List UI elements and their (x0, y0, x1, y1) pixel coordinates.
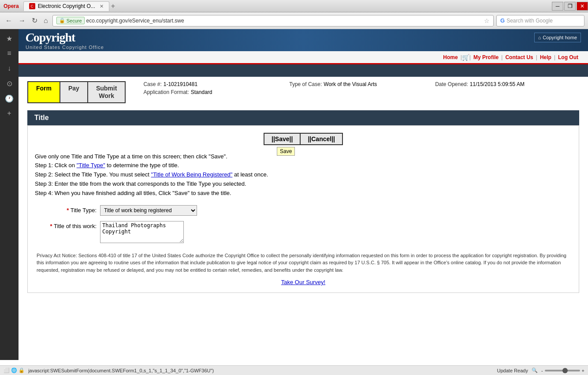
minimize-button[interactable]: ─ (552, 2, 563, 11)
case-type-value: Work of the Visual Arts (324, 81, 377, 87)
case-type-label: Type of Case: (289, 81, 322, 87)
app-format-value: Standard (191, 89, 212, 95)
instruction-step3: Step 3: Enter the title from the work th… (35, 180, 572, 189)
copyright-home-label: Copyright home (543, 35, 577, 40)
title-of-work-input[interactable]: Thailand Photographs Copyright (100, 221, 184, 243)
lock-icon: 🔒 (59, 18, 65, 23)
home-icon-small: ⌂ (538, 35, 541, 40)
address-text: eco.copyright.gov/eService_enu/start.swe (86, 18, 482, 24)
title-header: Title (27, 110, 579, 125)
case-type-field: Type of Case: Work of the Visual Arts (289, 81, 433, 87)
add-icon: + (7, 109, 11, 117)
save-button[interactable]: ||Save|| (264, 133, 300, 145)
copyright-home-button[interactable]: ⌂ Copyright home (534, 33, 581, 42)
required-star-2: * (50, 223, 52, 229)
instruction-step2: Step 2: Select the Title Type. You must … (35, 170, 572, 180)
case-number-field: Case #: 1-1021910481 (143, 81, 287, 87)
title-type-row: * Title Type: Title of work being regist… (35, 205, 572, 216)
cancel-button[interactable]: ||Cancel|| (300, 133, 343, 145)
close-button[interactable]: ✕ (577, 2, 588, 11)
cart-icon[interactable]: 🛒 (462, 54, 469, 61)
nav-home[interactable]: Home (440, 54, 460, 60)
restore-button[interactable]: ❐ (564, 2, 576, 11)
home-nav-button[interactable]: ⌂ (42, 16, 50, 26)
tab-title: Electronic Copyright O... (38, 3, 95, 9)
title-type-label: * Title Type: (35, 205, 97, 214)
tab-favicon: C (29, 3, 35, 9)
google-icon: G (500, 17, 505, 24)
nav-help[interactable]: Help (537, 54, 554, 60)
search-placeholder: Search with Google (506, 18, 553, 24)
star-icon: ★ (6, 34, 12, 43)
back-button[interactable]: ← (4, 16, 14, 26)
instructions: Give only one Title and Title Type at a … (35, 152, 572, 198)
tab-form[interactable]: Form (28, 82, 60, 102)
logo-c: C (26, 30, 33, 44)
nav-contact-us[interactable]: Contact Us (502, 54, 536, 60)
action-buttons: ||Save|| ||Cancel|| Save (35, 133, 572, 145)
browser-title-bar: Opera C Electronic Copyright O... ✕ + ─ … (0, 0, 588, 12)
title-of-work-label: * Title of this work: (35, 221, 97, 229)
download-icon: ↓ (7, 64, 11, 72)
browser-tab[interactable]: C Electronic Copyright O... ✕ (23, 1, 109, 11)
title-type-select[interactable]: Title of work being registered Previous … (100, 205, 197, 216)
menu-icon: ≡ (7, 49, 11, 57)
forward-button[interactable]: → (17, 16, 27, 26)
reload-button[interactable]: ↻ (30, 15, 39, 26)
instruction-step4: Step 4: When you have finished adding al… (35, 189, 572, 198)
sidebar-item-add[interactable]: + (1, 106, 18, 120)
sidebar: ★ ≡ ↓ ⊙ 🕐 + (0, 29, 19, 360)
sidebar-item-history[interactable]: 🕐 (1, 91, 18, 105)
logo-rest: opyright (33, 30, 75, 44)
title-of-work-link[interactable]: "Title of Work Being Registered" (151, 171, 233, 178)
form-tabs: Form Pay Submit Work (27, 81, 126, 103)
date-opened-value: 11/15/2013 5:09:55 AM (470, 81, 525, 87)
site-nav: Home | 🛒 | My Profile | Contact Us | Hel… (19, 51, 588, 64)
logo-text: Copyright (26, 30, 104, 45)
main-layout: ★ ≡ ↓ ⊙ 🕐 + Copyright United States Copy… (0, 29, 588, 360)
nav-log-out[interactable]: Log Out (555, 54, 581, 60)
work-label: Work (99, 92, 114, 99)
tab-pay[interactable]: Pay (60, 82, 88, 102)
required-star-1: * (67, 207, 69, 214)
extensions-icon: ⊙ (7, 79, 12, 88)
date-opened-label: Date Opened: (435, 81, 468, 87)
survey-link[interactable]: Take Our Survey! (35, 279, 572, 285)
address-bar[interactable]: 🔒 Secure eco.copyright.gov/eService_enu/… (52, 15, 494, 26)
form-section: ||Save|| ||Cancel|| Save Give only one T… (27, 125, 579, 293)
site-logo: Copyright United States Copyright Office (26, 30, 104, 50)
sidebar-item-menu[interactable]: ≡ (1, 46, 18, 60)
secure-label: Secure (67, 18, 82, 23)
bookmark-icon[interactable]: ☆ (484, 17, 490, 24)
content-area: Form Pay Submit Work Case #: 1-102191048… (19, 77, 588, 297)
title-of-work-row: * Title of this work: Thailand Photograp… (35, 221, 572, 243)
site-header: Copyright United States Copyright Office… (19, 29, 588, 51)
dark-bar (19, 64, 588, 77)
submit-label: Submit (96, 85, 117, 92)
tab-submit-work[interactable]: Submit Work (88, 82, 125, 102)
browser-toolbar: ← → ↻ ⌂ 🔒 Secure eco.copyright.gov/eServ… (0, 12, 588, 29)
app-format-label: Application Format: (143, 89, 189, 95)
form-tabs-row: Form Pay Submit Work Case #: 1-102191048… (27, 81, 579, 103)
logo-subtitle: United States Copyright Office (26, 45, 104, 50)
date-opened-field: Date Opened: 11/15/2013 5:09:55 AM (435, 81, 579, 87)
history-icon: 🕐 (5, 94, 14, 103)
app-format-field: Application Format: Standard (143, 89, 287, 95)
opera-logo: Opera (4, 3, 19, 9)
window-controls: ─ ❐ ✕ (552, 2, 588, 11)
case-number-label: Case #: (143, 81, 161, 87)
sidebar-item-favorites[interactable]: ★ (1, 31, 18, 45)
secure-badge: 🔒 Secure (56, 17, 85, 24)
case-number-value: 1-1021910481 (164, 81, 197, 87)
case-info: Case #: 1-1021910481 Type of Case: Work … (143, 81, 579, 95)
page-content: Copyright United States Copyright Office… (19, 29, 588, 360)
nav-my-profile[interactable]: My Profile (471, 54, 501, 60)
tab-close-button[interactable]: ✕ (100, 4, 104, 9)
sidebar-item-downloads[interactable]: ↓ (1, 61, 18, 75)
privacy-notice: Privacy Act Notice: Sections 408-410 of … (35, 252, 572, 274)
search-bar[interactable]: G Search with Google (496, 15, 584, 26)
sidebar-item-extensions[interactable]: ⊙ (1, 76, 18, 90)
new-tab-button[interactable]: + (111, 2, 115, 10)
instruction-line1: Give only one Title and Title Type at a … (35, 152, 572, 161)
title-type-link[interactable]: "Title Type" (77, 162, 105, 169)
